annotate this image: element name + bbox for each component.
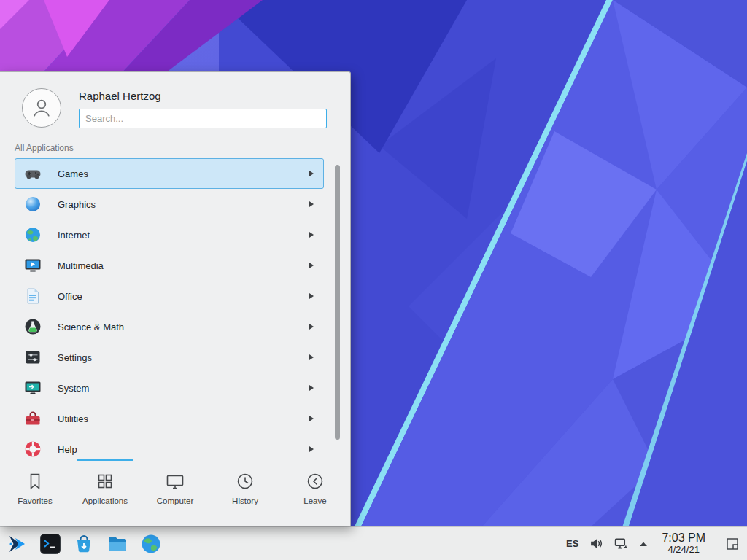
utilities-icon	[24, 410, 42, 427]
taskbar-panel: ES 7:03 PM 4/24/21	[0, 526, 747, 560]
tab-label: History	[232, 497, 258, 505]
menu-item-label: System	[58, 383, 89, 394]
favorites-icon	[25, 471, 45, 491]
network-icon	[614, 537, 628, 551]
konsole-icon	[39, 533, 61, 555]
user-name: Raphael Hertzog	[79, 90, 327, 102]
scrollbar[interactable]	[335, 165, 340, 440]
office-icon	[24, 287, 42, 305]
submenu-arrow-icon	[309, 415, 317, 422]
submenu-arrow-icon	[309, 231, 317, 238]
history-icon	[235, 471, 255, 491]
menu-item-multimedia[interactable]: Multimedia	[15, 250, 324, 281]
computer-icon	[165, 471, 185, 491]
search-input[interactable]	[79, 109, 327, 128]
discover-launcher-button[interactable]	[72, 532, 96, 556]
expand-tray-button[interactable]	[639, 541, 648, 547]
submenu-arrow-icon	[309, 170, 317, 177]
launcher-tabbar: Favorites Applications Computer History	[0, 459, 350, 526]
submenu-arrow-icon	[309, 292, 317, 300]
network-button[interactable]	[614, 537, 628, 551]
menu-item-label: Office	[58, 291, 82, 302]
clock[interactable]: 7:03 PM 4/24/21	[659, 532, 708, 556]
file-manager-launcher-button[interactable]	[106, 532, 129, 556]
show-desktop-button[interactable]	[721, 527, 743, 560]
tab-label: Favorites	[18, 497, 52, 505]
multimedia-icon	[24, 257, 42, 274]
tab-label: Leave	[303, 497, 326, 505]
menu-item-system[interactable]: System	[15, 373, 324, 403]
user-icon	[30, 96, 53, 120]
graphics-icon	[24, 195, 42, 213]
tab-label: Applications	[82, 497, 128, 505]
menu-item-label: Internet	[58, 230, 90, 241]
menu-item-help[interactable]: Help	[15, 434, 324, 459]
launcher-header: Raphael Hertzog	[0, 72, 350, 131]
tab-history[interactable]: History	[210, 459, 280, 526]
globe-icon	[140, 533, 162, 555]
tab-applications[interactable]: Applications	[70, 459, 140, 526]
section-label: All Applications	[0, 131, 350, 158]
applications-icon	[95, 471, 115, 491]
tab-computer[interactable]: Computer	[140, 459, 210, 526]
science-icon	[24, 318, 42, 335]
header-right: Raphael Hertzog	[79, 88, 327, 128]
menu-item-label: Multimedia	[58, 260, 104, 271]
system-tray: ES 7:03 PM 4/24/21	[566, 527, 747, 560]
discover-icon	[73, 533, 95, 555]
menu-item-label: Graphics	[58, 199, 96, 210]
application-launcher-button[interactable]	[5, 532, 28, 556]
terminal-launcher-button[interactable]	[39, 532, 62, 556]
clock-date: 4/24/21	[668, 545, 700, 556]
submenu-arrow-icon	[309, 354, 317, 361]
expand-tray-icon	[639, 541, 648, 547]
menu-item-graphics[interactable]: Graphics	[15, 189, 324, 219]
games-icon	[24, 165, 42, 182]
settings-icon	[24, 349, 42, 366]
system-icon	[24, 379, 42, 397]
menu-item-utilities[interactable]: Utilities	[15, 403, 324, 434]
submenu-arrow-icon	[309, 323, 317, 330]
menu-item-internet[interactable]: Internet	[15, 219, 324, 250]
submenu-arrow-icon	[309, 262, 317, 269]
user-avatar[interactable]	[22, 88, 61, 128]
menu-item-office[interactable]: Office	[15, 281, 324, 311]
dolphin-icon	[107, 533, 128, 555]
keyboard-layout-indicator[interactable]: ES	[566, 538, 578, 549]
volume-icon	[589, 537, 603, 551]
menu-item-label: Settings	[58, 352, 92, 363]
menu-item-games[interactable]: Games	[15, 158, 324, 189]
volume-button[interactable]	[589, 537, 603, 551]
kickoff-icon	[6, 533, 28, 555]
leave-icon	[305, 471, 325, 491]
submenu-arrow-icon	[309, 446, 317, 453]
clock-time: 7:03 PM	[662, 532, 705, 545]
tab-leave[interactable]: Leave	[280, 459, 350, 526]
submenu-arrow-icon	[309, 384, 317, 392]
internet-icon	[24, 226, 42, 244]
help-icon	[24, 440, 42, 458]
menu-item-science-math[interactable]: Science & Math	[15, 311, 324, 342]
tab-label: Computer	[157, 497, 194, 505]
category-list: Games Graphics	[0, 158, 350, 459]
menu-item-label: Help	[58, 444, 77, 455]
show-desktop-icon	[726, 537, 739, 551]
menu-item-label: Science & Math	[58, 322, 124, 332]
application-launcher-popup: Raphael Hertzog All Applications Games	[0, 71, 351, 526]
submenu-arrow-icon	[309, 201, 317, 208]
menu-item-label: Games	[58, 168, 88, 179]
web-browser-launcher-button[interactable]	[139, 532, 163, 556]
tab-favorites[interactable]: Favorites	[0, 459, 70, 526]
menu-item-label: Utilities	[58, 413, 88, 424]
menu-item-settings[interactable]: Settings	[15, 342, 324, 373]
